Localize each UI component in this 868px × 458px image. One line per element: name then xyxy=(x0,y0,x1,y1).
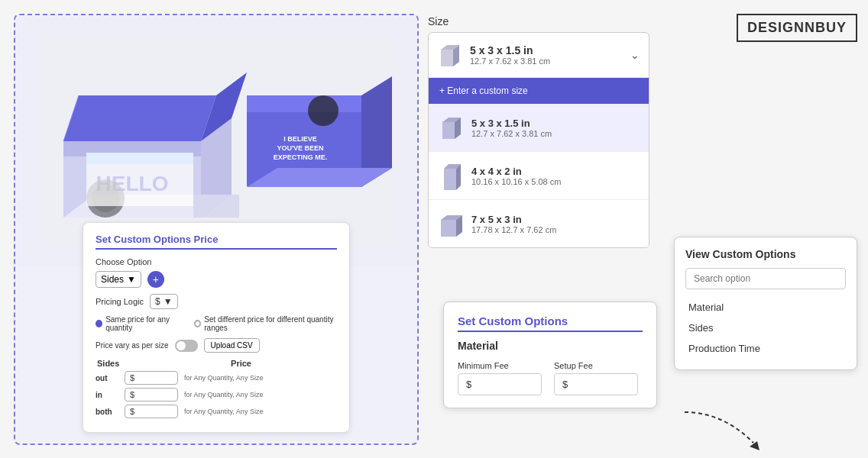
size-selector: 5 x 3 x 1.5 in 12.7 x 7.62 x 3.81 cm ⌄ +… xyxy=(428,32,649,248)
size-selected-text: 5 x 3 x 1.5 in 12.7 x 7.62 x 3.81 cm xyxy=(470,44,550,66)
svg-marker-29 xyxy=(456,164,461,190)
card-title: Set Custom Options Price xyxy=(96,234,337,250)
size-option-text-3: 7 x 5 x 3 in 17.78 x 12.7 x 7.62 cm xyxy=(471,214,556,234)
minimum-fee-col: Minimum Fee $ xyxy=(458,361,542,395)
price-input-in[interactable]: $ xyxy=(125,388,178,402)
choose-option-label: Choose Option xyxy=(96,257,337,266)
radio-diff-price[interactable]: Set different price for different quanti… xyxy=(194,315,337,332)
fee-row: Minimum Fee $ Setup Fee $ xyxy=(458,361,643,395)
box-icon-option3 xyxy=(439,209,464,238)
vco-item-production-time[interactable]: Production Time xyxy=(685,338,846,359)
svg-rect-12 xyxy=(247,95,361,112)
chevron-down-icon: ▼ xyxy=(127,274,136,285)
add-option-button[interactable]: + xyxy=(147,271,164,288)
pricing-logic-select[interactable]: $ ▼ xyxy=(150,294,178,309)
size-option-text-1: 5 x 3 x 1.5 in 12.7 x 7.62 x 3.81 cm xyxy=(471,118,552,138)
size-option-1[interactable]: 5 x 3 x 1.5 in 12.7 x 7.62 x 3.81 cm xyxy=(429,104,649,152)
setup-fee-col: Setup Fee $ xyxy=(554,361,638,395)
vco-item-material[interactable]: Material xyxy=(685,297,846,318)
radio-same-price[interactable]: Same price for any quantity xyxy=(96,315,185,332)
size-dropdown: + Enter a custom size 5 x 3 x 1.5 in 12.… xyxy=(429,77,649,247)
svg-marker-8 xyxy=(63,95,216,141)
size-selected-info: 5 x 3 x 1.5 in 12.7 x 7.62 x 3.81 cm xyxy=(438,40,550,69)
size-option-3[interactable]: 7 x 5 x 3 in 17.78 x 12.7 x 7.62 cm xyxy=(429,200,649,247)
svg-rect-27 xyxy=(442,122,455,139)
size-option-2[interactable]: 4 x 4 x 2 in 10.16 x 10.16 x 5.08 cm xyxy=(429,152,649,200)
radio-dot-empty xyxy=(194,320,201,327)
svg-rect-24 xyxy=(441,50,453,66)
size-selected-row[interactable]: 5 x 3 x 1.5 in 12.7 x 7.62 x 3.81 cm ⌄ xyxy=(429,33,649,77)
svg-point-18 xyxy=(308,95,338,126)
table-row: out $ for Any Quantity, Any Size xyxy=(96,371,337,385)
minimum-fee-label: Minimum Fee xyxy=(458,361,542,370)
size-option-text-2: 4 x 4 x 2 in 10.16 x 10.16 x 5.08 cm xyxy=(471,166,561,186)
svg-marker-34 xyxy=(750,441,760,450)
svg-text:EXPECTING ME.: EXPECTING ME. xyxy=(274,153,328,161)
svg-rect-30 xyxy=(444,169,456,190)
price-input-out[interactable]: $ xyxy=(125,371,178,385)
custom-options-price-card: Set Custom Options Price Choose Option S… xyxy=(83,222,350,433)
product-illustration: HELLO I BELIEVE YOU'VE BEEN xyxy=(40,27,392,256)
vco-title: View Custom Options xyxy=(685,248,846,260)
svg-rect-21 xyxy=(193,195,239,218)
setup-fee-label: Setup Fee xyxy=(554,361,638,370)
price-vary-row: Price vary as per size Upload CSV xyxy=(96,338,337,353)
svg-rect-20 xyxy=(86,153,193,164)
pricing-logic-row: Pricing Logic $ ▼ xyxy=(96,294,337,309)
custom-size-option[interactable]: + Enter a custom size xyxy=(429,78,649,104)
set-custom-options-panel: Set Custom Options Material Minimum Fee … xyxy=(443,302,657,408)
upload-csv-button[interactable]: Upload CSV xyxy=(204,338,260,353)
svg-text:YOU'VE BEEN: YOU'VE BEEN xyxy=(277,144,323,152)
sco-subtitle: Material xyxy=(458,340,643,352)
table-header: Sides Price xyxy=(96,359,337,368)
option-row: Sides ▼ + xyxy=(96,271,337,288)
connecting-arrow xyxy=(677,405,769,450)
main-container: HELLO I BELIEVE YOU'VE BEEN xyxy=(0,0,868,458)
table-row: in $ for Any Quantity, Any Size xyxy=(96,388,337,402)
minimum-fee-input[interactable]: $ xyxy=(458,373,542,395)
toggle-knob xyxy=(177,341,186,350)
vco-item-sides[interactable]: Sides xyxy=(685,318,846,338)
size-section: Size 5 x 3 x 1.5 in 12.7 x 7.62 x 3.81 c… xyxy=(428,15,649,248)
dropdown-chevron-icon: ⌄ xyxy=(630,49,640,61)
svg-rect-33 xyxy=(441,220,456,237)
option-select[interactable]: Sides ▼ xyxy=(96,271,141,288)
svg-text:I BELIEVE: I BELIEVE xyxy=(283,135,317,143)
box-icon-option2 xyxy=(439,161,464,190)
size-label: Size xyxy=(428,15,649,27)
left-panel: HELLO I BELIEVE YOU'VE BEEN xyxy=(14,14,419,445)
setup-fee-input[interactable]: $ xyxy=(554,373,638,395)
view-custom-options-panel: View Custom Options Material Sides Produ… xyxy=(674,237,857,370)
radio-dot-filled xyxy=(96,320,102,327)
sco-title: Set Custom Options xyxy=(458,314,643,332)
logo: DESIGNNBUY xyxy=(737,14,857,42)
box-icon-option1 xyxy=(439,113,464,142)
box-icon-selected xyxy=(438,40,462,69)
chevron-down-icon-2: ▼ xyxy=(164,296,173,307)
radio-group: Same price for any quantity Set differen… xyxy=(96,315,337,332)
search-option-input[interactable] xyxy=(685,268,846,289)
table-row: both $ for Any Quantity, Any Size xyxy=(96,405,337,418)
price-input-both[interactable]: $ xyxy=(125,405,178,418)
price-vary-toggle[interactable] xyxy=(175,340,198,352)
